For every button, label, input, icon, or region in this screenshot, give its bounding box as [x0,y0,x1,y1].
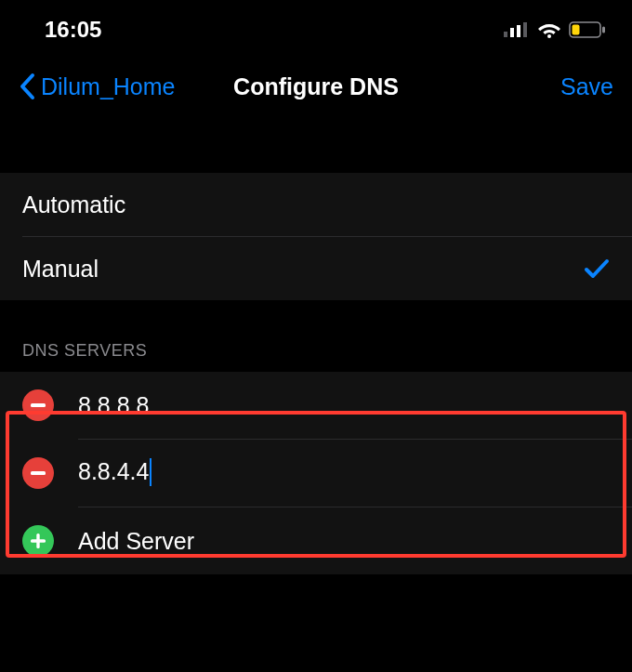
cellular-signal-icon [504,22,530,37]
page-title: Configure DNS [233,73,399,100]
battery-icon [569,21,606,38]
svg-rect-2 [517,25,520,37]
dns-server-row[interactable]: 8.8.4.4 [0,440,632,507]
mode-automatic-row[interactable]: Automatic [0,173,632,236]
wifi-icon [537,21,561,38]
dns-server-text: 8.8.4.4 [78,458,149,484]
svg-point-4 [547,34,551,38]
svg-rect-3 [523,22,527,37]
dns-servers-group: 8.8.8.8 8.8.4.4 Add Server [0,372,632,574]
mode-group: Automatic Manual [0,173,632,300]
checkmark-icon [584,257,610,280]
svg-rect-6 [573,25,580,35]
text-cursor [150,458,151,486]
chevron-left-icon [19,72,35,100]
svg-rect-0 [504,32,507,37]
svg-rect-7 [602,27,605,33]
svg-rect-9 [31,471,46,475]
mode-manual-label: Manual [22,256,99,283]
mode-automatic-label: Automatic [22,191,125,218]
dns-server-row[interactable]: 8.8.8.8 [0,372,632,439]
back-button[interactable]: Dilum_Home [19,72,175,100]
svg-rect-11 [31,539,46,542]
dns-server-value[interactable]: 8.8.8.8 [78,392,149,419]
status-icons [504,21,606,38]
status-time: 16:05 [45,17,101,43]
back-label: Dilum_Home [41,73,175,100]
status-bar: 16:05 [0,0,632,56]
plus-icon [31,534,46,548]
remove-server-button[interactable] [22,457,54,489]
spacer [0,300,632,341]
svg-rect-8 [31,403,46,407]
dns-server-value[interactable]: 8.8.4.4 [78,458,151,487]
mode-manual-row[interactable]: Manual [0,237,632,300]
svg-rect-1 [510,28,514,37]
remove-server-button[interactable] [22,389,54,421]
add-server-label: Add Server [78,528,194,555]
nav-bar: Dilum_Home Configure DNS Save [0,56,632,123]
dns-section-header: DNS SERVERS [0,341,632,372]
add-server-row[interactable]: Add Server [0,507,632,574]
minus-icon [31,471,46,475]
spacer [0,123,632,173]
minus-icon [31,403,46,407]
add-server-button[interactable] [22,525,54,557]
save-button[interactable]: Save [560,73,613,100]
